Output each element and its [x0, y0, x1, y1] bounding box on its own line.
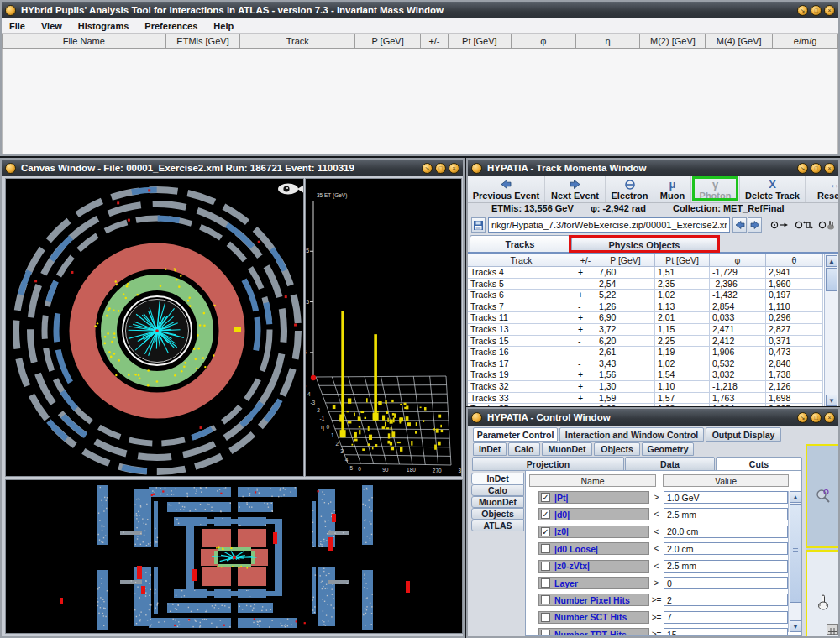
tab-tracks[interactable]: Tracks: [470, 235, 570, 252]
restore-button[interactable]: ↘: [797, 163, 808, 174]
tab-objects[interactable]: Objects: [594, 442, 640, 456]
table-row[interactable]: Tracks 5-2,542,35-2,3961,960: [468, 279, 838, 290]
scroll-down-button[interactable]: ▼: [790, 620, 801, 632]
toolbar-button-electron[interactable]: Electron: [606, 176, 654, 202]
checkbox-z0[interactable]: ✓: [541, 527, 550, 536]
scroll-thumb[interactable]: [790, 504, 801, 603]
side-tab-atlas[interactable]: ATLAS: [471, 520, 524, 531]
toolbar-button-previous-event[interactable]: Previous Event: [468, 176, 545, 202]
nav-right-icon[interactable]: [748, 217, 762, 233]
side-tab-indet[interactable]: InDet: [471, 473, 524, 484]
scroll-up-button[interactable]: ▲: [790, 491, 801, 503]
tab-data[interactable]: Data: [625, 457, 715, 471]
restore-button[interactable]: ↘: [797, 5, 808, 16]
menu-preferences[interactable]: Preferences: [144, 21, 197, 31]
toolbar-button-delete-track[interactable]: XDelete Track: [740, 176, 806, 202]
circle-arrow-icon[interactable]: [770, 217, 789, 233]
table-row[interactable]: Tracks 16-2,611,191,9060,473: [468, 347, 838, 358]
table-row[interactable]: Tracks 32+1,301,10-1,2182,126: [468, 381, 838, 393]
table-row[interactable]: Tracks 33+1,591,571,7631,698: [468, 393, 838, 405]
menu-view[interactable]: View: [41, 21, 62, 31]
checkbox-z0zvtx[interactable]: [541, 562, 550, 571]
tab-indet[interactable]: InDet: [473, 442, 507, 456]
file-path-input[interactable]: [488, 217, 730, 233]
tab-output-display[interactable]: Output Display: [706, 427, 781, 442]
checkbox-numberscthits[interactable]: [541, 613, 550, 622]
nav-left-icon[interactable]: [732, 217, 747, 233]
canvas-titlebar[interactable]: Canvas Window - File: 00001_Exercise2.xm…: [2, 160, 463, 176]
side-tab-calo[interactable]: Calo: [471, 484, 524, 496]
tab-interaction-and-window-control[interactable]: Interaction and Window Control: [559, 427, 704, 442]
checkbox-layer[interactable]: [541, 578, 550, 588]
side-tab-objects[interactable]: Objects: [471, 508, 524, 520]
toolbar-button-reset-c[interactable]: ↔Reset C: [806, 176, 838, 202]
detector-side-view[interactable]: [5, 479, 463, 634]
maximize-button[interactable]: □: [811, 163, 822, 174]
close-button[interactable]: ×: [824, 163, 835, 174]
cut-value-input[interactable]: [664, 611, 788, 624]
track-momenta-titlebar[interactable]: HYPATIA - Track Momenta Window ↘□×: [468, 160, 838, 176]
checkbox-d0[interactable]: ✓: [541, 510, 550, 519]
menu-help[interactable]: Help: [213, 21, 234, 31]
cut-value-input[interactable]: [664, 542, 788, 555]
lego-plot[interactable]: 35 ET (GeV)51525090180270360φ-5-4-3-2-10…: [305, 178, 462, 477]
checkbox-pt[interactable]: ✓: [541, 493, 550, 502]
menu-file[interactable]: File: [9, 21, 25, 31]
toolbar-button-muon[interactable]: μMuon: [654, 176, 691, 202]
maximize-button[interactable]: □: [811, 412, 822, 423]
toolbar-button-next-event[interactable]: Next Event: [545, 176, 606, 202]
table-row[interactable]: Tracks 19+1,561,543,0321,738: [468, 369, 838, 381]
circle-hand-icon[interactable]: [818, 217, 837, 233]
restore-button[interactable]: ↘: [422, 163, 433, 174]
checkbox-numberpixelhits[interactable]: [541, 595, 550, 604]
close-button[interactable]: ×: [824, 5, 835, 16]
detector-end-view[interactable]: [5, 178, 304, 477]
window-menu-orb[interactable]: [5, 163, 16, 174]
tracks-scrollbar[interactable]: ▲▼: [824, 254, 838, 407]
cuts-scrollbar[interactable]: ▲▼: [788, 491, 801, 632]
restore-button[interactable]: ↘: [797, 412, 808, 423]
close-button[interactable]: ×: [449, 163, 459, 174]
table-row[interactable]: Tracks 4+7,601,51-1,7292,941: [468, 267, 838, 279]
menu-histograms[interactable]: Histograms: [78, 21, 129, 31]
scroll-up-button[interactable]: ▲: [826, 255, 837, 267]
cut-value-input[interactable]: [664, 577, 788, 589]
maximize-button[interactable]: □: [811, 5, 822, 16]
table-row[interactable]: Tracks 15-6,202,252,4120,371: [468, 336, 838, 348]
cut-value-input[interactable]: [664, 526, 788, 538]
tab-muondet[interactable]: MuonDet: [542, 442, 592, 456]
maximize-button[interactable]: □: [435, 163, 446, 174]
close-button[interactable]: ×: [824, 412, 835, 423]
cut-value-input[interactable]: [664, 508, 788, 520]
tab-physics-objects[interactable]: Physics Objects: [571, 237, 717, 252]
grid-icon[interactable]: [827, 624, 838, 635]
tab-calo[interactable]: Calo: [508, 442, 540, 456]
scroll-thumb[interactable]: [826, 268, 837, 291]
checkbox-numbertrthits[interactable]: [541, 630, 550, 636]
checkbox-d0loose[interactable]: [541, 544, 550, 553]
cut-value-input[interactable]: [664, 560, 788, 573]
invariant-mass-titlebar[interactable]: HYbrid Pupils' Analysis Tool for Interac…: [2, 2, 838, 18]
window-menu-orb[interactable]: [471, 163, 482, 174]
cut-value-input[interactable]: [664, 491, 788, 504]
control-titlebar[interactable]: HYPATIA - Control Window ↘□×: [468, 409, 838, 426]
toolbar-button-photon[interactable]: γPhoton: [691, 176, 740, 202]
table-row[interactable]: Tracks 11+6,902,010,0330,296: [468, 312, 838, 324]
tab-projection[interactable]: Projection: [472, 457, 624, 471]
table-row[interactable]: Tracks 17-3,431,020,5322,840: [468, 358, 838, 370]
window-menu-orb[interactable]: [471, 412, 482, 423]
table-row[interactable]: Tracks 13+3,721,152,4712,827: [468, 324, 838, 336]
table-row[interactable]: Tracks 7-1,261,132,8541,110: [468, 301, 838, 313]
scroll-down-button[interactable]: ▼: [826, 395, 837, 406]
tab-cuts[interactable]: Cuts: [716, 457, 802, 471]
side-tab-muondet[interactable]: MuonDet: [471, 496, 524, 508]
zoom-tool-panel[interactable]: [806, 444, 838, 548]
tab-geometry[interactable]: Geometry: [642, 442, 694, 456]
invariant-mass-table-body[interactable]: [2, 49, 838, 154]
table-row[interactable]: Tracks 6+5,221,02-1,4320,197: [468, 290, 838, 301]
circle-loop-icon[interactable]: [795, 217, 813, 233]
tab-parameter-control[interactable]: Parameter Control: [473, 427, 558, 442]
save-icon[interactable]: [471, 217, 486, 233]
cut-value-input[interactable]: [664, 628, 788, 636]
cut-value-input[interactable]: [664, 594, 788, 606]
